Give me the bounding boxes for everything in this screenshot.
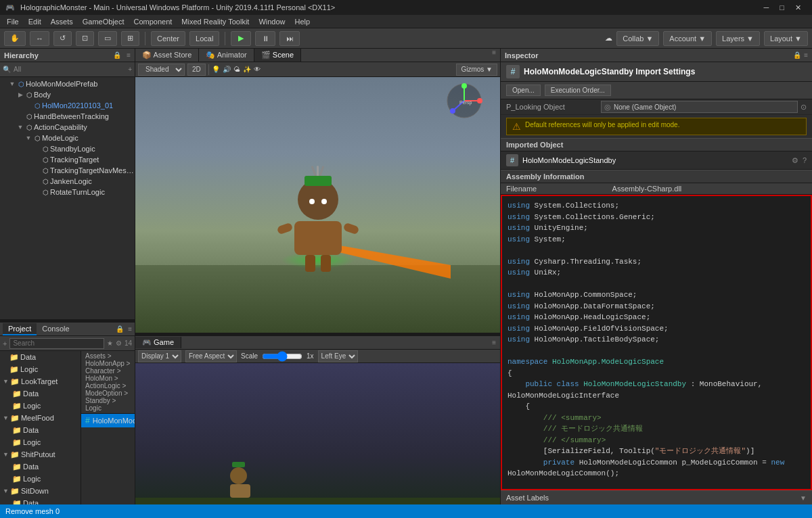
2d-btn[interactable]: 2D	[187, 64, 206, 76]
folder-data-2[interactable]: 📁 Data	[0, 387, 81, 400]
project-search[interactable]	[9, 338, 104, 349]
folder-logic-top[interactable]: 📁 Logic	[0, 363, 81, 375]
folder-looktarget[interactable]: ▼ 📁 LookTarget	[0, 375, 81, 387]
game-canvas[interactable]	[135, 363, 500, 518]
arrow: ▼	[16, 124, 24, 131]
help-icon[interactable]: ?	[803, 156, 807, 164]
hierarchy-menu[interactable]: ≡	[127, 51, 131, 59]
menu-window[interactable]: Window	[254, 16, 289, 27]
tab-project[interactable]: Project	[3, 323, 37, 335]
scene-view[interactable]: Persp	[135, 77, 500, 333]
light-icon[interactable]: 💡	[212, 66, 220, 73]
tree-item-modelogic[interactable]: ▼ ⬡ ModeLogic	[0, 133, 135, 143]
folder-data-5[interactable]: 📁 Data	[0, 497, 81, 504]
code-line: using UniRx;	[508, 267, 805, 279]
hidden-icon[interactable]: 👁	[254, 66, 261, 73]
folder-logic-3[interactable]: 📁 Logic	[0, 436, 81, 448]
inspector-lock[interactable]: 🔒	[793, 51, 801, 59]
file-item-standby[interactable]: # HoloMonModeLogicStandby	[81, 414, 135, 427]
speaker-icon[interactable]: 🔊	[223, 66, 231, 73]
shaded-dropdown[interactable]: Shaded	[138, 64, 185, 76]
hierarchy-tree[interactable]: ▼ ⬡ HoloMonModelPrefab ▶ ⬡ Body ⬡	[0, 77, 135, 319]
filter-icon[interactable]: ⚙	[116, 339, 122, 347]
hand-tool[interactable]: ✋	[4, 31, 26, 46]
menu-file[interactable]: File	[3, 16, 23, 27]
project-folders[interactable]: 📁 Data 📁 Logic ▼ 📁 LookTarget	[0, 351, 81, 504]
project-menu[interactable]: ≡	[128, 325, 132, 333]
tree-item-standby[interactable]: ⬡ StandbyLogic	[0, 143, 135, 154]
close-btn[interactable]: ✕	[790, 3, 807, 12]
folder-label: ShitPutout	[21, 450, 55, 458]
folder-logic-4[interactable]: 📁 Logic	[0, 473, 81, 485]
folder-data-3[interactable]: 📁 Data	[0, 424, 81, 436]
asset-labels-toggle[interactable]: ▼	[800, 494, 807, 502]
open-btn[interactable]: Open...	[506, 85, 541, 96]
project-lock[interactable]: 🔒	[116, 325, 124, 333]
scene-more-btn[interactable]: ≡	[488, 49, 500, 62]
folder-shitputout[interactable]: ▼ 📁 ShitPutout	[0, 448, 81, 461]
tab-asset-store[interactable]: 📦 Asset Store	[135, 49, 199, 62]
code-viewer[interactable]: using System.Collections; using System.C…	[501, 195, 812, 490]
folder-meelfood[interactable]: ▼ 📁 MeelFood	[0, 412, 81, 424]
menu-mrt[interactable]: Mixed Reality Toolkit	[177, 16, 253, 27]
game-more-btn[interactable]: ≡	[488, 339, 500, 346]
rotate-tool[interactable]: ↺	[53, 31, 72, 46]
layout-btn[interactable]: Layout ▼	[764, 31, 808, 46]
menu-gameobject[interactable]: GameObject	[78, 16, 129, 27]
monster-figure	[294, 179, 342, 272]
step-btn[interactable]: ⏭	[279, 31, 300, 46]
go-icon: ⬡	[24, 91, 34, 99]
tree-item-holomon-prefab[interactable]: ▼ ⬡ HoloMonModelPrefab	[0, 78, 135, 89]
add-gameobject-btn[interactable]: +	[128, 66, 132, 73]
tree-item-janken[interactable]: ⬡ JankenLogic	[0, 176, 135, 187]
eye-select[interactable]: Left Eye	[318, 350, 358, 362]
local-btn[interactable]: Local	[189, 31, 219, 46]
tree-item-holomon-01[interactable]: ⬡ HolMon20210103_01	[0, 100, 135, 111]
display-select[interactable]: Display 1	[138, 350, 181, 362]
rect-tool[interactable]: ▭	[98, 31, 117, 46]
aspect-select[interactable]: Free Aspect	[185, 350, 237, 362]
gizmos-btn[interactable]: Gizmos ▼	[456, 64, 497, 76]
play-btn[interactable]: ▶	[231, 31, 251, 46]
account-btn[interactable]: Account ▼	[663, 31, 712, 46]
folder-logic-2[interactable]: 📁 Logic	[0, 400, 81, 412]
folder-sitdown[interactable]: ▼ 📁 SitDown	[0, 485, 81, 497]
tree-item-hand[interactable]: ⬡ HandBetweenTracking	[0, 111, 135, 122]
menu-assets[interactable]: Assets	[47, 16, 77, 27]
folder-data-top[interactable]: 📁 Data	[0, 351, 81, 363]
center-btn[interactable]: Center	[151, 31, 185, 46]
sky-icon[interactable]: 🌤	[233, 66, 240, 73]
menu-help[interactable]: Help	[291, 16, 315, 27]
pick-btn[interactable]: ⊙	[800, 103, 807, 112]
collab-btn[interactable]: Collab ▼	[616, 31, 659, 46]
folder-data-4[interactable]: 📁 Data	[0, 461, 81, 473]
tab-console[interactable]: Console	[37, 323, 74, 335]
sep2	[225, 32, 225, 45]
hierarchy-lock[interactable]: 🔒	[113, 51, 121, 59]
pause-btn[interactable]: ⏸	[255, 31, 275, 46]
bottom-panel-header: Project Console 🔒 ≡	[0, 323, 135, 336]
layers-btn[interactable]: Layers ▼	[716, 31, 760, 46]
tab-game[interactable]: 🎮 Game	[135, 337, 181, 348]
move-tool[interactable]: ↔	[30, 31, 49, 46]
tree-item-action[interactable]: ▼ ⬡ ActionCapability	[0, 122, 135, 133]
tree-item-rotate[interactable]: ⬡ RotateTurnLogic	[0, 187, 135, 197]
inspector-menu[interactable]: ≡	[804, 51, 808, 59]
add-asset-btn[interactable]: +	[3, 339, 7, 348]
transform-tool[interactable]: ⊞	[121, 31, 139, 46]
fx-icon[interactable]: ✨	[243, 66, 251, 73]
minimize-btn[interactable]: ─	[759, 3, 775, 11]
tree-item-tracking-nav[interactable]: ⬡ TrackingTargetNavMeshLogic	[0, 165, 135, 176]
menu-edit[interactable]: Edit	[24, 16, 45, 27]
tab-scene[interactable]: 🎬 Scene	[254, 49, 301, 62]
execution-order-btn[interactable]: Execution Order...	[545, 85, 611, 96]
tree-item-body[interactable]: ▶ ⬡ Body	[0, 89, 135, 100]
maximize-btn[interactable]: □	[774, 3, 790, 11]
scale-tool[interactable]: ⊡	[76, 31, 94, 46]
scale-slider[interactable]	[262, 351, 302, 362]
tab-animator[interactable]: 🎭 Animator	[199, 49, 254, 62]
tree-item-tracking[interactable]: ⬡ TrackingTarget	[0, 154, 135, 165]
menu-component[interactable]: Component	[129, 16, 176, 27]
settings-icon[interactable]: ⚙	[792, 156, 798, 165]
code-line: /// <summary>	[508, 413, 805, 424]
